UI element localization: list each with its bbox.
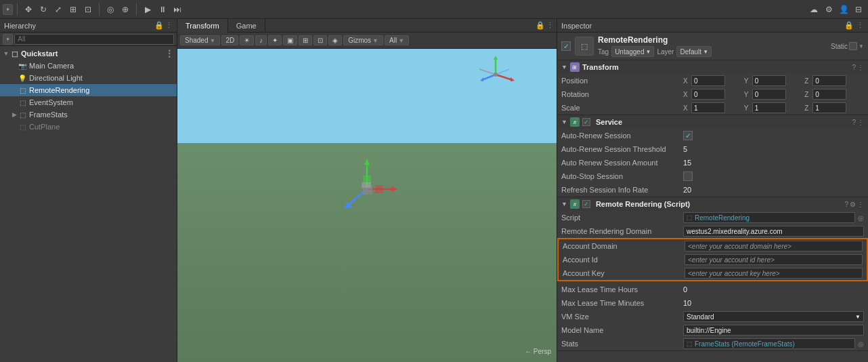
model-name-input[interactable] (683, 325, 864, 336)
tree-item-directional-light[interactable]: 💡 Directional Light (0, 72, 177, 84)
scale-z-input[interactable] (812, 102, 846, 113)
tree-item-remote-rendering[interactable]: ⬚ RemoteRendering (0, 84, 177, 96)
settings-icon[interactable]: ⚙ (822, 3, 836, 16)
tree-item-quickstart[interactable]: ▼ ⬚ Quickstart ⋮ (0, 47, 177, 60)
sy-label: Y (744, 104, 751, 112)
pause-icon[interactable]: ⏸ (156, 3, 169, 16)
rotation-x-input[interactable] (691, 89, 725, 100)
scene-btn2[interactable]: ⊞ (299, 35, 312, 45)
static-checkbox[interactable] (849, 42, 857, 50)
tab-scene[interactable]: Transform (177, 19, 228, 33)
collab-icon[interactable]: ☁ (807, 3, 821, 16)
hierarchy-search-input[interactable] (14, 34, 174, 45)
orientation-gizmo[interactable] (475, 54, 516, 95)
tree-item-event-system[interactable]: ⬚ EventSystem (0, 96, 177, 108)
tree-item-main-camera[interactable]: 📷 Main Camera (0, 60, 177, 72)
static-dropdown-arrow[interactable]: ▼ (859, 43, 864, 49)
position-y-input[interactable] (752, 75, 786, 86)
script-more-icon[interactable]: ⋮ (857, 201, 864, 208)
rotation-z-input[interactable] (812, 89, 846, 100)
script-title: Remote Rendering (Script) (596, 200, 842, 208)
hierarchy-more-icon[interactable]: ⋮ (165, 21, 173, 30)
scene-lock-icon[interactable]: 🔒 (536, 21, 545, 30)
rotation-y-input[interactable] (752, 89, 786, 100)
scene-tab-icons: 🔒 ⋮ (533, 21, 557, 30)
stats-value-link[interactable]: ⬚ FrameStats (RemoteFrameStats) (683, 338, 855, 349)
tag-label: Tag (598, 48, 609, 56)
scene-btn4[interactable]: ◈ (328, 35, 342, 45)
all-dropdown[interactable]: All ▼ (385, 35, 409, 45)
scene-more-icon[interactable]: ⋮ (546, 21, 554, 30)
scene-view[interactable]: ← Persp (177, 49, 557, 362)
global-icon[interactable]: ⊕ (118, 3, 132, 16)
play-icon[interactable]: ▶ (141, 3, 154, 16)
scale-y-input[interactable] (752, 102, 786, 113)
inspector-lock-icon[interactable]: 🔒 (844, 21, 854, 30)
rr-icon: ⬚ (18, 85, 27, 95)
rotate-tool-icon[interactable]: ↻ (37, 3, 50, 16)
vm-size-label: VM Size (561, 313, 683, 321)
account-icon[interactable]: 👤 (837, 3, 850, 16)
service-header[interactable]: ▼ # ✓ Service ? ⋮ (557, 115, 868, 129)
scale-tool-icon[interactable]: ⤢ (51, 3, 65, 16)
model-name-row: Model Name (557, 323, 868, 337)
transform-more-icon[interactable]: ⋮ (857, 64, 864, 71)
shaded-dropdown[interactable]: Shaded ▼ (180, 35, 220, 45)
service-help-icon[interactable]: ? (852, 119, 856, 126)
position-x-input[interactable] (691, 75, 725, 86)
script-settings-icon[interactable]: ⚙ (850, 201, 856, 208)
script-header[interactable]: ▼ # ✓ Remote Rendering (Script) ? ⚙ ⋮ (557, 197, 868, 211)
script-value-link[interactable]: ⬚ RemoteRendering (683, 212, 855, 223)
tag-dropdown[interactable]: Untagged ▼ (611, 46, 654, 57)
gizmos-dropdown[interactable]: Gizmos ▼ (343, 35, 383, 45)
transform-tool-icon[interactable]: ⊡ (81, 3, 95, 16)
move-tool-icon[interactable]: ✥ (22, 3, 35, 16)
layer-dropdown[interactable]: Default ▼ (676, 46, 712, 57)
hierarchy-add-btn[interactable]: + (3, 34, 13, 45)
step-icon[interactable]: ⏭ (171, 3, 184, 16)
svg-marker-10 (364, 159, 370, 165)
script-help-icon[interactable]: ? (844, 201, 848, 208)
tree-item-cut-plane[interactable]: ⬚ CutPlane (0, 121, 177, 133)
frame-stats-label: FrameStats (29, 110, 174, 119)
domain-label: Remote Rendering Domain (561, 227, 683, 235)
vm-size-dropdown[interactable]: Standard ▼ (683, 311, 864, 322)
transform-header[interactable]: ▼ ⊞ Transform ? ⋮ (557, 60, 868, 74)
scale-x-group: X (683, 102, 743, 113)
auto-renew-amount-value: 15 (683, 159, 864, 167)
hierarchy-lock-icon[interactable]: 🔒 (154, 21, 164, 30)
auto-renew-checkbox[interactable]: ✓ (683, 131, 693, 140)
effects-btn[interactable]: ✦ (268, 35, 282, 45)
light-btn[interactable]: ☀ (240, 35, 254, 45)
pivot-icon[interactable]: ◎ (104, 3, 117, 16)
account-id-placeholder[interactable]: <enter your account id here> (685, 254, 863, 265)
scale-x-input[interactable] (691, 102, 725, 113)
auto-stop-label: Auto-Stop Session (561, 172, 683, 180)
service-more-icon[interactable]: ⋮ (857, 119, 864, 126)
service-enabled-check[interactable]: ✓ (582, 118, 590, 126)
rect-tool-icon[interactable]: ⊞ (66, 3, 80, 16)
account-key-placeholder[interactable]: <enter your account key here> (685, 268, 863, 279)
domain-input[interactable] (683, 226, 864, 237)
account-domain-placeholder[interactable]: <enter your account domain here> (685, 241, 863, 252)
scene-btn1[interactable]: ▣ (283, 35, 297, 45)
transform-gizmo[interactable] (333, 155, 401, 224)
layers-icon[interactable]: ⊟ (852, 3, 865, 16)
object-enabled-checkbox[interactable]: ✓ (561, 41, 571, 51)
inspector-more-icon[interactable]: ⋮ (856, 21, 864, 30)
tree-item-frame-stats[interactable]: ▶ ⬚ FrameStats (0, 108, 177, 121)
scene-btn3[interactable]: ⊡ (313, 35, 327, 45)
quickstart-dots[interactable]: ⋮ (165, 48, 174, 59)
twod-btn[interactable]: 2D (221, 35, 238, 45)
add-button[interactable]: + (3, 4, 13, 15)
script-target-icon[interactable]: ◎ (858, 214, 864, 222)
stats-target-icon[interactable]: ◎ (858, 340, 864, 348)
auto-renew-session-label: Auto-Renew Session (561, 132, 683, 140)
event-system-label: EventSystem (29, 98, 174, 106)
position-z-input[interactable] (812, 75, 846, 86)
tab-game[interactable]: Game (228, 19, 265, 33)
audio-btn[interactable]: ♪ (255, 35, 267, 45)
transform-help-icon[interactable]: ? (852, 64, 856, 71)
auto-stop-checkbox[interactable] (683, 172, 693, 181)
script-enabled-check[interactable]: ✓ (582, 200, 590, 208)
